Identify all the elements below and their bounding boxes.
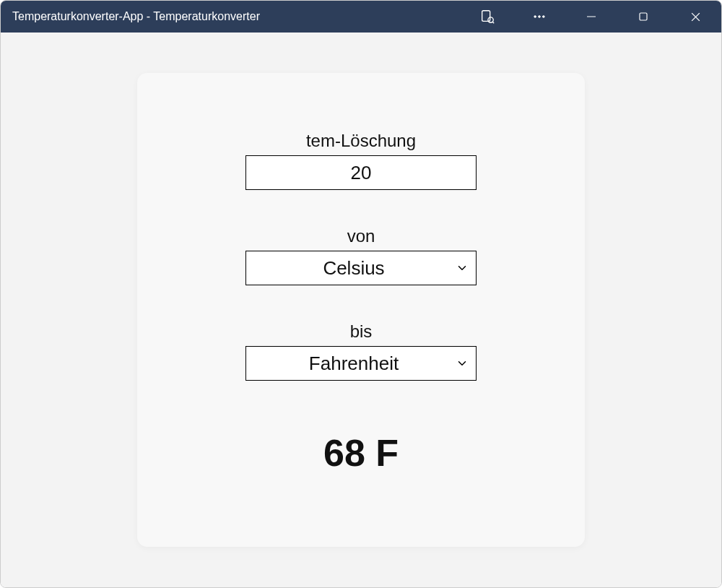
more-icon[interactable] — [513, 1, 565, 33]
svg-rect-7 — [640, 13, 647, 20]
from-field-group: von Celsius — [245, 226, 477, 285]
app-window: Temperaturkonverter-App - Temperaturkonv… — [0, 0, 722, 588]
converter-card: tem-Löschung von Celsius bis Fahrenheit … — [137, 73, 585, 547]
from-label: von — [347, 226, 375, 246]
maximize-button[interactable] — [617, 1, 669, 33]
svg-line-2 — [492, 22, 494, 23]
svg-point-5 — [543, 16, 545, 18]
content-area: tem-Löschung von Celsius bis Fahrenheit … — [1, 33, 721, 587]
svg-point-1 — [488, 17, 493, 22]
to-label: bis — [350, 321, 373, 342]
titlebar: Temperaturkonverter-App - Temperaturkonv… — [1, 1, 721, 33]
svg-point-4 — [539, 16, 541, 18]
result-output: 68 F — [323, 431, 399, 475]
minimize-button[interactable] — [565, 1, 617, 33]
to-field-group: bis Fahrenheit — [245, 321, 477, 381]
to-select[interactable]: Fahrenheit — [245, 346, 477, 381]
svg-rect-0 — [482, 11, 490, 22]
titlebar-actions — [461, 1, 721, 33]
browse-icon[interactable] — [461, 1, 513, 33]
temperature-input[interactable] — [245, 155, 477, 190]
temperature-field-group: tem-Löschung — [245, 131, 477, 190]
from-select[interactable]: Celsius — [245, 251, 477, 285]
close-button[interactable] — [669, 1, 721, 33]
window-title: Temperaturkonverter-App - Temperaturkonv… — [12, 10, 461, 23]
svg-point-3 — [534, 16, 536, 18]
temperature-label: tem-Löschung — [306, 131, 416, 151]
